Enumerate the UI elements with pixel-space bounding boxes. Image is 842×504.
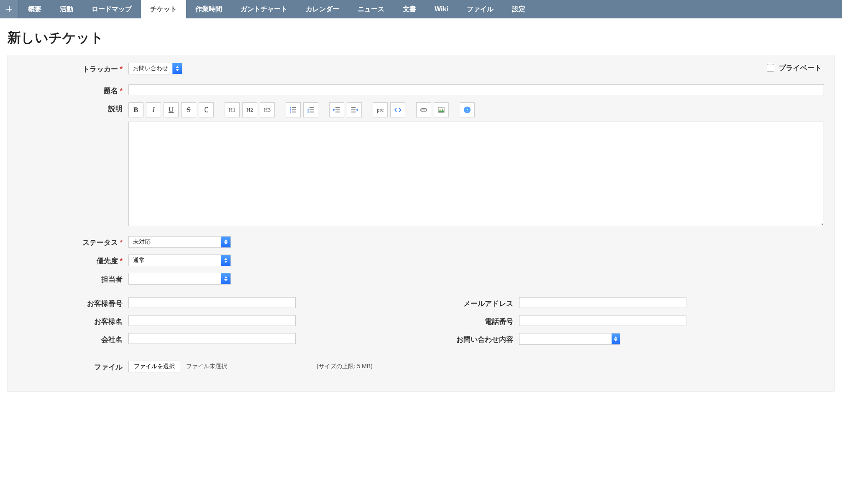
tab-calendar[interactable]: カレンダー: [297, 0, 348, 18]
svg-rect-12: [335, 107, 340, 108]
toolbar-h3-button[interactable]: H3: [260, 102, 275, 117]
toolbar-code-style-button[interactable]: C: [199, 102, 214, 117]
toolbar-bold-button[interactable]: B: [128, 102, 143, 117]
toolbar-separator: [321, 102, 327, 117]
svg-rect-9: [310, 109, 314, 110]
customer-name-input[interactable]: [128, 315, 296, 326]
tab-roadmap[interactable]: ロードマップ: [82, 0, 141, 18]
svg-text:3: 3: [307, 111, 309, 113]
row-priority: 優先度 通常: [18, 255, 824, 266]
toolbar-separator: [216, 102, 222, 117]
email-input[interactable]: [519, 297, 686, 308]
toolbar-separator: [408, 102, 414, 117]
svg-rect-1: [292, 107, 296, 108]
label-assignee: 担当者: [18, 273, 128, 284]
tab-issues[interactable]: チケット: [141, 0, 186, 18]
label-customer-no: お客様番号: [18, 297, 128, 308]
tab-gantt[interactable]: ガントチャート: [231, 0, 297, 18]
svg-point-21: [440, 109, 441, 110]
svg-rect-19: [422, 109, 425, 110]
status-select[interactable]: 未対応: [128, 236, 231, 248]
svg-rect-11: [310, 112, 314, 112]
toolbar-codeblock-icon[interactable]: [390, 102, 405, 117]
chevron-updown-icon: [221, 237, 230, 247]
label-inquiry: お問い合わせ内容: [430, 333, 519, 344]
svg-rect-15: [351, 107, 356, 108]
toolbar-h1-button[interactable]: H1: [225, 102, 240, 117]
inquiry-select[interactable]: [519, 333, 620, 345]
company-input[interactable]: [128, 333, 296, 344]
label-subject: 題名: [18, 84, 128, 96]
label-customer-name: お客様名: [18, 315, 128, 326]
label-company: 会社名: [18, 333, 128, 344]
main-tabs: 概要活動ロードマップチケット作業時間ガントチャートカレンダーニュース文書Wiki…: [0, 0, 842, 18]
toolbar-help-icon[interactable]: ?: [460, 102, 475, 117]
label-file: ファイル: [18, 361, 128, 372]
label-phone: 電話番号: [430, 315, 519, 326]
row-tracker: トラッカー お問い合わせ: [18, 63, 824, 74]
subject-input[interactable]: [128, 84, 824, 95]
svg-rect-14: [335, 112, 340, 112]
tab-settings[interactable]: 設定: [503, 0, 535, 18]
row-assignee: 担当者: [18, 273, 824, 285]
label-priority: 優先度: [18, 255, 128, 266]
row-subject: 題名: [18, 84, 824, 96]
toolbar-strike-button[interactable]: S: [181, 102, 196, 117]
toolbar-ul-icon[interactable]: [286, 102, 301, 117]
assignee-select[interactable]: [128, 273, 231, 285]
private-checkbox[interactable]: [767, 64, 774, 71]
toolbar-separator: [364, 102, 370, 117]
label-status: ステータス: [18, 236, 128, 247]
private-label: プライベート: [779, 63, 822, 73]
toolbar-link-icon[interactable]: [416, 102, 431, 117]
editor-toolbar: BIUSCH1H2H3123pre?: [128, 102, 824, 117]
private-toggle[interactable]: プライベート: [765, 63, 822, 73]
row-description: 説明 BIUSCH1H2H3123pre?: [18, 102, 824, 226]
chevron-updown-icon: [221, 273, 230, 284]
row-file: ファイル ファイルを選択 ファイル未選択 (サイズの上限: 5 MB): [18, 361, 824, 372]
toolbar-image-icon[interactable]: [434, 102, 449, 117]
svg-text:?: ?: [466, 107, 468, 112]
tab-files[interactable]: ファイル: [458, 0, 503, 18]
toolbar-underline-button[interactable]: U: [164, 102, 179, 117]
toolbar-indent-icon[interactable]: [347, 102, 362, 117]
chevron-updown-icon: [612, 333, 620, 344]
tab-activity[interactable]: 活動: [51, 0, 82, 18]
toolbar-separator: [451, 102, 457, 117]
tab-timelog[interactable]: 作業時間: [186, 0, 231, 18]
svg-rect-3: [292, 109, 296, 110]
chevron-updown-icon: [221, 255, 230, 266]
tab-plus[interactable]: [0, 0, 19, 18]
svg-rect-5: [292, 112, 296, 112]
tab-overview[interactable]: 概要: [19, 0, 51, 18]
toolbar-h2-button[interactable]: H2: [242, 102, 257, 117]
label-tracker: トラッカー: [18, 63, 128, 74]
file-hint: (サイズの上限: 5 MB): [317, 363, 373, 370]
toolbar-italic-button[interactable]: I: [146, 102, 161, 117]
phone-input[interactable]: [519, 315, 686, 326]
tab-news[interactable]: ニュース: [348, 0, 394, 18]
file-status: ファイル未選択: [186, 363, 227, 370]
toolbar-pre-button[interactable]: pre: [373, 102, 388, 117]
svg-rect-13: [335, 109, 340, 110]
toolbar-ol-icon[interactable]: 123: [303, 102, 318, 117]
svg-rect-17: [351, 112, 356, 112]
svg-point-0: [290, 107, 292, 109]
custom-fields: お客様番号 お客様名 会社名 メールアドレス 電話番号 お問い合わせ内容: [18, 297, 824, 352]
file-choose-button[interactable]: ファイルを選択: [128, 361, 180, 372]
toolbar-outdent-icon[interactable]: [329, 102, 344, 117]
tracker-select[interactable]: お問い合わせ: [128, 63, 182, 74]
tab-wiki[interactable]: Wiki: [425, 0, 458, 18]
svg-rect-16: [351, 109, 356, 110]
issue-form-panel: プライベート トラッカー お問い合わせ 題名 説明 BIUSCH1H2H3123…: [8, 55, 834, 392]
svg-point-4: [290, 112, 292, 113]
row-status: ステータス 未対応: [18, 236, 824, 248]
priority-select[interactable]: 通常: [128, 255, 231, 266]
svg-point-2: [290, 109, 292, 111]
page-title: 新しいチケット: [8, 29, 842, 47]
svg-rect-7: [310, 107, 314, 108]
chevron-updown-icon: [172, 63, 182, 74]
tab-documents[interactable]: 文書: [394, 0, 425, 18]
description-textarea[interactable]: [128, 122, 824, 226]
customer-no-input[interactable]: [128, 297, 296, 308]
